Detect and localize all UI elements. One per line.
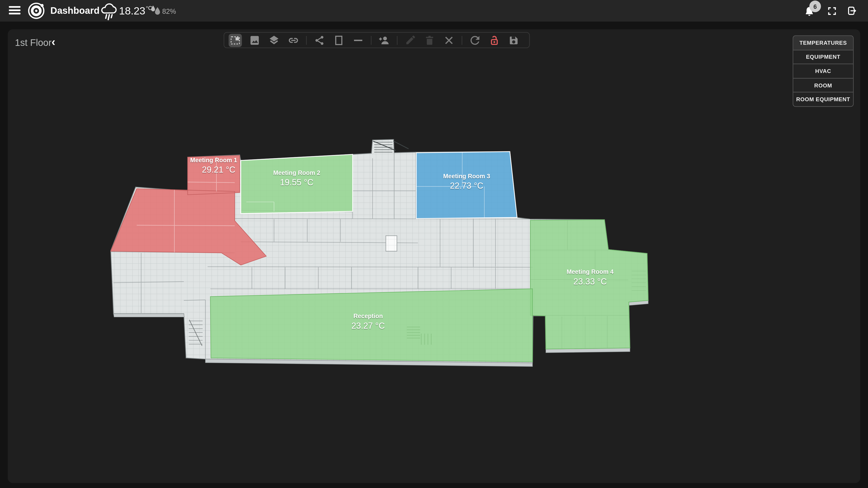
rain-cloud-icon: [99, 1, 118, 21]
rectangle-button[interactable]: [332, 33, 345, 47]
room-temperature: 23.27 °C: [351, 321, 385, 330]
image-button[interactable]: [248, 33, 261, 47]
logout-icon[interactable]: [846, 5, 858, 17]
menu-icon[interactable]: [9, 6, 20, 15]
plan-toolbar: [223, 32, 530, 48]
room-name: Meeting Room 4: [567, 268, 614, 275]
toolbar-divider: [397, 36, 397, 44]
share-button[interactable]: [313, 33, 326, 47]
add-person-button[interactable]: [377, 33, 391, 47]
outdoor-temperature: 18.23°C: [119, 5, 152, 17]
top-bar: Dashboard 18.23°C 82% 6: [0, 0, 868, 22]
layer-buttons: TEMPERATURES EQUIPMENT HVAC ROOM ROOM EQ…: [793, 35, 854, 107]
layer-button-equipment[interactable]: EQUIPMENT: [793, 50, 853, 64]
line-button[interactable]: [351, 33, 365, 47]
floor-name-label: 1st Floor: [15, 38, 52, 49]
room-name: Meeting Room 2: [273, 169, 320, 176]
edit-button: [403, 33, 417, 47]
link-button[interactable]: [287, 33, 300, 47]
toolbar-divider: [371, 36, 371, 44]
close-button[interactable]: [442, 33, 456, 47]
humidity-value: 82%: [162, 8, 176, 15]
room-temperature: 19.55 °C: [280, 177, 313, 187]
app-logo-icon: [27, 2, 45, 20]
delete-button: [423, 33, 436, 47]
toolbar-divider: [462, 36, 462, 44]
chevron-left-icon[interactable]: ‹: [52, 35, 55, 49]
layer-button-temperatures[interactable]: TEMPERATURES: [793, 36, 853, 50]
notification-badge: 6: [809, 0, 821, 12]
room-temperature: 23.33 °C: [574, 277, 607, 286]
room-temperature: 29.21 °C: [202, 165, 235, 174]
save-button[interactable]: [507, 33, 520, 47]
layers-button[interactable]: [268, 33, 281, 47]
lock-open-button[interactable]: [488, 33, 501, 47]
room-name: Meeting Room 3: [443, 173, 490, 180]
page-title: Dashboard: [51, 5, 99, 17]
refresh-button[interactable]: [468, 33, 482, 47]
select-region-button[interactable]: [228, 33, 242, 47]
dashboard-page: Dashboard 18.23°C 82% 6: [0, 0, 868, 488]
floorplan-3d-view: Meeting Room 1 29.21 °C Meeting Room 2 1…: [108, 135, 656, 368]
room-temperature: 22.73 °C: [450, 181, 483, 191]
room-name: Reception: [353, 313, 383, 320]
droplets-icon: [150, 5, 162, 15]
layer-button-room[interactable]: ROOM: [793, 78, 853, 92]
room-name: Meeting Room 1: [190, 157, 237, 164]
layer-button-room-equipment[interactable]: ROOM EQUIPMENT: [793, 92, 853, 106]
toolbar-divider: [306, 36, 307, 44]
layer-button-hvac[interactable]: HVAC: [793, 64, 853, 78]
fullscreen-icon[interactable]: [827, 6, 837, 16]
